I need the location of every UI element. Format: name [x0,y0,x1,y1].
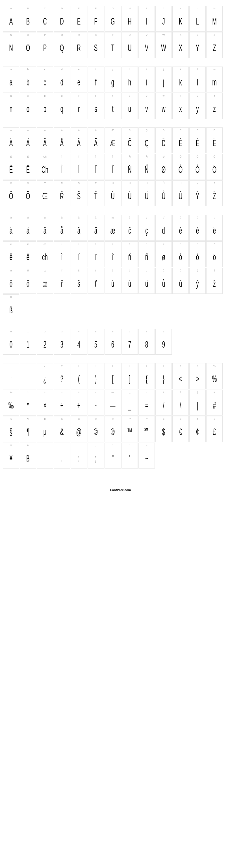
glyph-display: Ď [159,133,168,153]
glyph-display: B [24,11,32,31]
glyph-cell: EE [71,6,87,32]
glyph-cell: -- [87,390,104,415]
glyph-label: Ť [88,181,104,186]
glyph-display: œ [41,273,49,293]
glyph-cell: uu [122,93,138,119]
glyph-label: ℠ [139,416,155,422]
glyph-cell: UU [122,32,138,58]
glyph-cell: __ [122,390,138,415]
glyph-cell: ŇŇ [122,154,138,180]
glyph-label: F [88,6,104,11]
glyph-display: Y [193,37,202,58]
glyph-label: Ô [3,181,19,186]
glyph-label: ® [105,416,121,422]
glyph-display: ¢ [193,422,202,442]
glyph-label: m [207,67,222,72]
glyph-cell: àà [3,215,19,241]
glyph-display: % [210,368,219,389]
glyph-display: Ý [193,186,202,206]
glyph-label: V [139,32,155,37]
glyph-display: # [210,395,219,415]
glyph-cell: îî [105,241,121,267]
section-uppercase-accented: ÀÀÁÁÄÄÅÅÂÂÃÃÆÆČČÇÇĎĎÈÈÉÉËËĚĚÊÊChChÌÌÍÍÏÏ… [3,127,238,207]
glyph-display: ě [7,247,16,267]
glyph-cell: 00 [3,329,19,354]
glyph-label: ò [172,242,188,247]
glyph-display: Á [24,133,32,153]
glyph-display: ñ [142,247,151,267]
glyph-cell: LL [189,6,206,32]
glyph-label: Ó [190,154,206,159]
glyph-cell: FF [87,6,104,32]
glyph-cell: ×× [37,390,53,415]
glyph-display: ë [210,220,219,241]
glyph-label: I [139,6,155,11]
glyph-cell: || [189,390,206,415]
glyph-label: ¿ [37,363,53,368]
glyph-label: = [139,390,155,395]
glyph-cell: :: [71,443,87,468]
glyph-cell: ++ [71,390,87,415]
glyph-display: ? [58,368,66,389]
glyph-cell: ÓÓ [189,154,206,180]
glyph-display: $ [159,422,168,442]
glyph-label: ‰ [3,390,19,395]
glyph-display: Ť [91,186,100,206]
glyph-display: M [210,11,219,31]
glyph-cell: ‰‰ [3,390,19,415]
glyph-label: ß [3,294,19,300]
glyph-label: Á [20,128,36,133]
glyph-cell: ßß [3,294,19,320]
glyph-cell: μμ [37,416,53,442]
glyph-label: Ø [156,154,171,159]
glyph-label: å [54,215,70,220]
glyph-label: O [20,32,36,37]
glyph-label: Č [122,128,138,133]
glyph-display: 8 [142,334,151,354]
glyph-label: Ä [37,128,53,133]
glyph-display: Ã [91,133,100,153]
section-digits: 00112233445566778899 [3,329,238,355]
glyph-cell: ff [87,66,104,92]
glyph-label: 8 [139,329,155,334]
glyph-cell: oo [20,93,36,119]
glyph-display: î [108,247,117,267]
glyph-display: Ů [159,186,168,206]
glyph-cell: yy [189,93,206,119]
glyph-display: r [75,98,83,119]
glyph-display: G [108,11,117,31]
glyph-cell: ææ [105,215,121,241]
glyph-display: h [126,72,134,92]
glyph-cell: ss [87,93,104,119]
glyph-display: V [142,37,151,58]
glyph-cell: úú [122,268,138,294]
glyph-display: ) [91,368,100,389]
glyph-cell: mm [206,66,223,92]
glyph-display: A [7,11,16,31]
glyph-cell: )) [87,363,104,389]
glyph-display: < [176,368,185,389]
glyph-label: B [20,6,36,11]
glyph-label: õ [20,268,36,273]
glyph-cell: ÒÒ [172,154,189,180]
glyph-display: í [75,247,83,267]
glyph-label: [ [105,363,121,368]
glyph-label: È [172,128,188,133]
glyph-label: Î [105,154,121,159]
glyph-display: g [108,72,117,92]
glyph-label: Õ [20,181,36,186]
glyph-display: Å [58,133,66,153]
glyph-display: Ê [24,159,32,180]
glyph-label: ý [190,268,206,273]
glyph-cell: ÀÀ [3,127,19,153]
glyph-label: š [71,268,87,273]
glyph-label: ö [207,242,222,247]
glyph-display: \ [176,395,185,415]
glyph-display: + [75,395,83,415]
glyph-cell: TT [105,32,121,58]
glyph-cell: XX [172,32,189,58]
glyph-label: k [172,67,188,72]
glyph-label: ø [156,242,171,247]
glyph-display: å [58,220,66,241]
glyph-display: Ě [7,159,16,180]
